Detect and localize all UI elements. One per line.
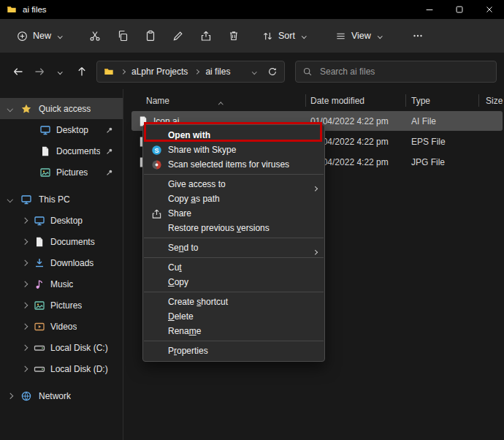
menu-separator	[144, 257, 324, 258]
maximize-icon	[454, 4, 465, 15]
sidebar-item-label: Videos	[50, 322, 77, 332]
sidebar-item-network[interactable]: Network	[0, 385, 123, 406]
sidebar-item-label: Pictures	[50, 300, 82, 311]
sidebar-item-downloads[interactable]: Downloads	[0, 252, 123, 273]
close-button[interactable]	[474, 0, 504, 19]
monitor-icon	[39, 124, 51, 136]
breadcrumb[interactable]: aLphr Projects ai files	[96, 61, 285, 83]
sidebar-item-local-disk-c[interactable]: Local Disk (C:)	[0, 337, 123, 358]
chevron-right-icon[interactable]	[21, 365, 28, 373]
chevron-right-icon[interactable]	[21, 259, 28, 267]
menu-item-cut[interactable]: Cut	[143, 260, 324, 275]
network-globe-icon	[20, 390, 32, 402]
menu-item-rename[interactable]: Rename	[143, 324, 324, 338]
sidebar-item-desktop[interactable]: Desktop	[0, 210, 123, 231]
menu-separator	[144, 174, 324, 175]
menu-item-give-access-to[interactable]: Give access to	[143, 177, 324, 191]
sidebar-item-videos[interactable]: Videos	[0, 316, 123, 337]
breadcrumb-item-parent[interactable]: aLphr Projects	[131, 67, 188, 77]
forward-button[interactable]	[28, 61, 50, 83]
sidebar-item-label: Local Disk (D:)	[50, 364, 108, 374]
menu-separator	[144, 238, 324, 238]
file-explorer-window: ai files New Sort View	[0, 0, 504, 440]
copy-icon	[117, 30, 129, 42]
back-arrow-icon	[12, 66, 24, 77]
menu-item-properties[interactable]: Properties	[143, 344, 324, 358]
sidebar-item-this-pc[interactable]: This PC	[0, 189, 123, 210]
breadcrumb-item-current[interactable]: ai files	[205, 67, 230, 77]
menu-item-delete[interactable]: Delete	[143, 309, 324, 324]
share-button[interactable]	[193, 23, 219, 48]
search-input[interactable]	[318, 66, 489, 77]
paste-button[interactable]	[137, 23, 164, 48]
share-icon	[200, 30, 212, 42]
chevron-right-icon[interactable]	[7, 392, 14, 400]
drive-icon	[34, 363, 45, 375]
chevron-right-icon	[119, 68, 126, 75]
up-button[interactable]	[71, 61, 92, 83]
picture-icon	[39, 167, 51, 178]
chevron-right-icon[interactable]	[21, 281, 28, 288]
menu-item-restore-previous-versions[interactable]: Restore previous versions	[143, 221, 324, 235]
pin-icon	[105, 147, 114, 156]
column-divider[interactable]	[405, 94, 406, 107]
antivirus-shield-icon	[151, 159, 162, 170]
chevron-right-icon[interactable]	[21, 302, 28, 309]
view-lines-icon	[335, 31, 346, 42]
chevron-down-icon[interactable]	[7, 105, 14, 113]
sidebar-item-label: Documents	[56, 146, 100, 156]
column-divider[interactable]	[478, 94, 479, 107]
column-divider[interactable]	[305, 94, 306, 107]
search-box[interactable]	[295, 61, 497, 83]
delete-button[interactable]	[221, 23, 247, 48]
address-dropdown-chevron[interactable]	[251, 68, 258, 75]
menu-item-share[interactable]: Share	[143, 206, 324, 221]
rename-button[interactable]	[165, 23, 191, 48]
menu-item-copy[interactable]: Copy	[143, 275, 324, 289]
maximize-button[interactable]	[444, 0, 474, 19]
column-header-date-modified[interactable]: Date modified	[310, 96, 364, 106]
chevron-right-icon[interactable]	[21, 217, 28, 224]
menu-item-open-with[interactable]: Open with	[143, 128, 324, 143]
sort-button[interactable]: Sort	[256, 26, 314, 47]
sort-button-label: Sort	[278, 31, 295, 41]
sidebar-item-documents-pinned[interactable]: Documents	[0, 140, 123, 162]
chevron-right-icon[interactable]	[21, 344, 28, 352]
menu-item-send-to[interactable]: Send to	[143, 240, 324, 255]
menu-item-copy-as-path[interactable]: Copy as path	[143, 191, 324, 206]
sidebar-item-local-disk-d[interactable]: Local Disk (D:)	[0, 358, 123, 379]
chevron-down-icon[interactable]	[7, 196, 14, 203]
sidebar-item-documents[interactable]: Documents	[0, 231, 123, 252]
menu-item-create-shortcut[interactable]: Create shortcut	[143, 295, 324, 309]
copy-button[interactable]	[110, 23, 136, 48]
sidebar-item-label: Downloads	[50, 258, 93, 268]
refresh-button[interactable]	[267, 67, 278, 77]
menu-separator	[144, 292, 324, 292]
menu-item-share-with-skype[interactable]: Share with Skype	[143, 143, 324, 157]
recent-locations-button[interactable]	[50, 61, 71, 83]
column-header-size[interactable]: Size	[486, 96, 503, 106]
sidebar-item-desktop-pinned[interactable]: Desktop	[0, 119, 123, 140]
sidebar-item-pictures[interactable]: Pictures	[0, 295, 123, 316]
sidebar-item-label: Local Disk (C:)	[50, 343, 108, 353]
chevron-right-icon[interactable]	[21, 238, 28, 246]
minimize-button[interactable]	[414, 0, 444, 19]
view-button[interactable]: View	[329, 26, 390, 47]
column-header-type[interactable]: Type	[411, 96, 430, 106]
back-button[interactable]	[7, 61, 28, 83]
menu-separator	[144, 341, 324, 341]
sidebar-item-label: Desktop	[50, 216, 83, 226]
chevron-down-icon	[376, 32, 383, 39]
clipboard-icon	[145, 30, 156, 42]
menu-item-scan-for-viruses[interactable]: Scan selected items for viruses	[143, 157, 324, 172]
download-icon	[34, 257, 45, 269]
cut-button[interactable]	[82, 23, 108, 48]
sidebar-item-music[interactable]: Music	[0, 273, 123, 295]
new-button[interactable]: New	[9, 26, 72, 47]
column-header-name[interactable]: Name	[146, 96, 169, 106]
more-options-button[interactable]	[405, 23, 431, 48]
sidebar-item-pictures-pinned[interactable]: Pictures	[0, 162, 123, 183]
window-controls	[414, 0, 504, 19]
sidebar-item-quick-access[interactable]: Quick access	[0, 98, 123, 119]
chevron-right-icon[interactable]	[21, 323, 28, 330]
